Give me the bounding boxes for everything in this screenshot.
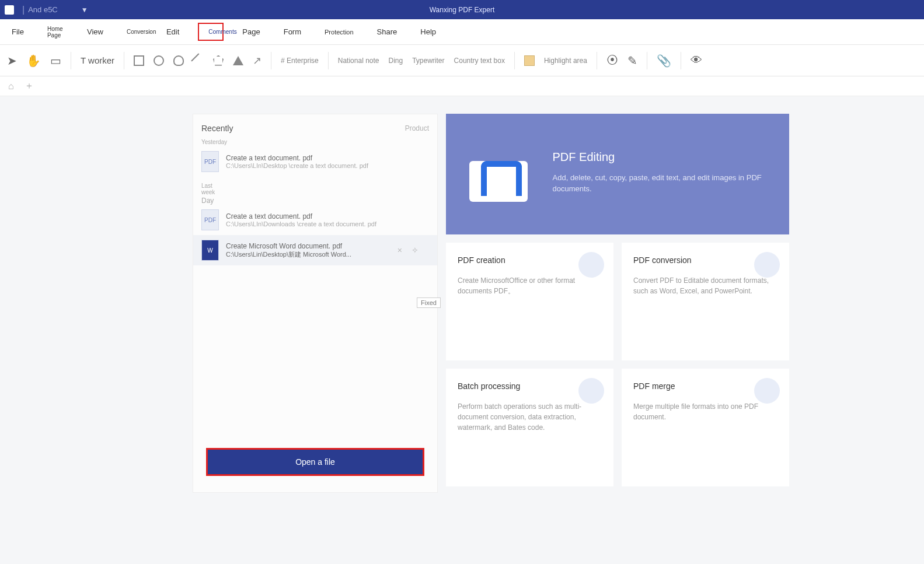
pointer-icon[interactable]: ➤ bbox=[7, 54, 17, 68]
recent-file-row[interactable]: W Create Microsoft Word document. pdf C:… bbox=[193, 235, 437, 265]
attachment-icon[interactable]: 📎 bbox=[657, 54, 671, 68]
card-batch-processing[interactable]: Batch processing Perform batch operation… bbox=[446, 369, 613, 486]
menu-form[interactable]: Form bbox=[279, 24, 306, 40]
hero-desc: Add, delete, cut, copy, paste, edit text… bbox=[553, 172, 772, 195]
file-name: Create a text document. pdf bbox=[226, 212, 376, 220]
recent-file-row[interactable]: PDF Create a text document. pdf C:\Users… bbox=[193, 146, 437, 177]
divider: | bbox=[22, 5, 25, 15]
app-title: Wanxing PDF Expert bbox=[430, 6, 495, 14]
doc-hint: And e5C bbox=[28, 5, 58, 14]
pdf-editing-illustration-icon bbox=[463, 138, 535, 208]
tab-bar: ⌂ ＋ bbox=[0, 76, 924, 96]
worker-tool[interactable]: T worker bbox=[81, 55, 114, 65]
card-desc: Perform batch operations such as multi-d… bbox=[458, 401, 602, 433]
shape-rectangle-icon[interactable] bbox=[134, 55, 144, 66]
separator bbox=[647, 52, 647, 69]
menu-protection[interactable]: Protection bbox=[320, 25, 358, 39]
app-logo-icon bbox=[5, 5, 14, 15]
menu-file[interactable]: File bbox=[7, 24, 29, 40]
card-pdf-merge[interactable]: PDF merge Merge multiple file formats in… bbox=[622, 369, 789, 486]
shape-cloud-icon[interactable] bbox=[173, 55, 184, 66]
close-icon[interactable]: × bbox=[398, 246, 402, 255]
menu-bar: File Home Page View Conversion Edit Comm… bbox=[0, 19, 924, 45]
separator bbox=[271, 52, 271, 69]
add-tab-icon[interactable]: ＋ bbox=[25, 80, 34, 92]
hero-card[interactable]: PDF Editing Add, delete, cut, copy, past… bbox=[446, 114, 789, 234]
open-file-button[interactable]: Open a file bbox=[206, 448, 424, 476]
card-pdf-conversion[interactable]: PDF conversion Convert PDF to Editable d… bbox=[622, 243, 789, 360]
section-last-week: Last week bbox=[193, 177, 222, 197]
card-desc: Convert PDF to Editable document formats… bbox=[633, 275, 777, 296]
file-thumb-icon: PDF bbox=[201, 151, 219, 172]
recent-panel: Recently Product Yesterday PDF Create a … bbox=[193, 114, 438, 493]
shape-arrow-icon[interactable]: ↗ bbox=[253, 54, 261, 67]
ding-tool[interactable]: Ding bbox=[389, 57, 403, 65]
menu-edit[interactable]: Edit bbox=[162, 24, 184, 40]
national-note-tool[interactable]: National note bbox=[338, 57, 379, 65]
card-icon bbox=[578, 378, 604, 404]
menu-home[interactable]: Home Page bbox=[43, 22, 68, 42]
separator bbox=[328, 52, 329, 69]
file-path: C:\Users\LIn\Desktop \create a text docu… bbox=[226, 162, 368, 169]
separator bbox=[514, 52, 515, 69]
menu-conversion[interactable]: Conversion bbox=[122, 25, 148, 38]
shape-circle-icon[interactable] bbox=[154, 55, 164, 66]
stamp-icon[interactable]: ⦿ bbox=[606, 54, 618, 67]
recently-label: Recently bbox=[201, 124, 233, 133]
menu-help[interactable]: Help bbox=[416, 24, 441, 40]
comments-toolbar: ➤ ✋ ▭ T worker ↗ # Enterprise National n… bbox=[0, 45, 924, 76]
home-tab-icon[interactable]: ⌂ bbox=[8, 81, 14, 92]
fixed-tooltip: Fixed bbox=[417, 297, 441, 308]
highlight-area-tool[interactable]: Highlight area bbox=[544, 57, 587, 65]
separator bbox=[71, 52, 71, 69]
typewriter-tool[interactable]: Typewriter bbox=[412, 57, 444, 65]
hand-icon[interactable]: ✋ bbox=[26, 54, 41, 68]
pin-icon[interactable]: ✧ bbox=[412, 246, 419, 255]
enterprise-tool[interactable]: # Enterprise bbox=[281, 57, 319, 65]
shape-triangle-icon[interactable] bbox=[233, 56, 243, 65]
hide-icon[interactable]: 👁 bbox=[691, 54, 702, 67]
card-pdf-creation[interactable]: PDF creation Create MicrosoftOffice or o… bbox=[446, 243, 613, 360]
day-badge: Day bbox=[193, 197, 437, 205]
text-box-tool[interactable]: Country text box bbox=[454, 57, 505, 65]
file-thumb-icon: PDF bbox=[201, 209, 219, 230]
section-yesterday: Yesterday bbox=[193, 133, 222, 146]
file-path: C:\Users\Lin\Desktop\新建 Microsoft Word..… bbox=[226, 250, 351, 259]
card-desc: Create MicrosoftOffice or other format d… bbox=[458, 275, 602, 296]
separator bbox=[681, 52, 681, 69]
hero-title: PDF Editing bbox=[553, 150, 772, 164]
separator bbox=[597, 52, 597, 69]
highlight-swatch-icon[interactable] bbox=[524, 55, 535, 66]
menu-comments[interactable]: Comments bbox=[198, 23, 224, 41]
menu-view[interactable]: View bbox=[82, 24, 108, 40]
card-icon bbox=[754, 252, 780, 278]
menu-share[interactable]: Share bbox=[372, 24, 402, 40]
product-label[interactable]: Product bbox=[405, 124, 429, 132]
separator bbox=[124, 52, 124, 69]
feature-area: PDF Editing Add, delete, cut, copy, past… bbox=[446, 114, 789, 493]
file-name: Create Microsoft Word document. pdf bbox=[226, 242, 351, 250]
title-bar: | And e5C ▼ Wanxing PDF Expert bbox=[0, 0, 924, 19]
recent-file-row[interactable]: PDF Create a text document. pdf C:\Users… bbox=[193, 205, 437, 235]
main-area: Recently Product Yesterday PDF Create a … bbox=[0, 96, 924, 493]
card-icon bbox=[754, 378, 780, 404]
card-desc: Merge multiple file formats into one PDF… bbox=[633, 401, 777, 422]
shape-pentagon-icon[interactable] bbox=[213, 55, 224, 66]
file-thumb-icon: W bbox=[201, 240, 219, 261]
shape-line-icon[interactable] bbox=[191, 53, 205, 68]
file-name: Create a text document. pdf bbox=[226, 154, 368, 162]
signature-icon[interactable]: ✎ bbox=[627, 54, 637, 68]
menu-page[interactable]: Page bbox=[238, 24, 264, 40]
card-icon bbox=[578, 252, 604, 278]
dropdown-icon[interactable]: ▼ bbox=[81, 6, 88, 14]
select-box-icon[interactable]: ▭ bbox=[50, 54, 61, 68]
file-path: C:\Users\LIn\Downloads \create a text do… bbox=[226, 220, 376, 227]
